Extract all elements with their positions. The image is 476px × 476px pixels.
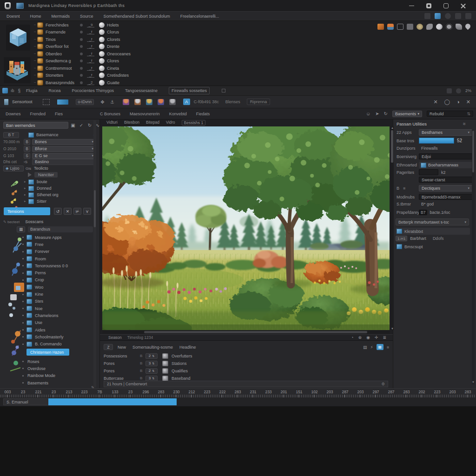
asset-thumbnail-building[interactable]: [4, 57, 31, 83]
riprenna-button[interactable]: Riprenna: [247, 99, 271, 105]
blenses-button[interactable]: Blenses: [225, 99, 240, 104]
link-icon[interactable]: §: [18, 88, 21, 93]
edjoi-field[interactable]: Edjoi: [419, 153, 472, 159]
vp-stat-icon-1[interactable]: ◔: [351, 335, 353, 340]
viewport-vscrollbar[interactable]: ▲ ▼: [390, 126, 394, 330]
firewalls-value[interactable]: Firewalls: [419, 146, 438, 151]
expander-icon[interactable]: ┄: [33, 59, 37, 63]
besthames-dropdown[interactable]: Besthames▾: [419, 129, 472, 136]
list-icon[interactable]: ≡: [387, 345, 389, 350]
b-icon[interactable]: B: [397, 186, 403, 191]
tensions-button[interactable]: Tensions: [4, 207, 50, 215]
vp-stat-icon-3[interactable]: ◉: [366, 335, 370, 340]
eq-icon[interactable]: ≡: [403, 186, 410, 191]
box-tool-icon[interactable]: ▣: [70, 122, 76, 128]
outliner-ref-row[interactable]: _f Drente: [80, 43, 164, 51]
viewport-hscrollbar[interactable]: [102, 331, 390, 334]
rebuild-field[interactable]: Rebuild⇅: [427, 111, 473, 117]
grid-icon[interactable]: [2, 88, 8, 93]
expander-icon[interactable]: ┄: [33, 30, 37, 34]
actor-icon-3[interactable]: [146, 99, 152, 105]
merge-tool-icon[interactable]: ⊬: [73, 208, 81, 215]
menu-item[interactable]: Home: [30, 14, 41, 19]
modinubs-field[interactable]: Bjornebradd3-mansx: [419, 194, 472, 200]
expander-icon[interactable]: ┄: [33, 73, 37, 77]
tool-file-label[interactable]: Sensortoot: [12, 99, 33, 104]
person-run-icon[interactable]: ⚡: [370, 345, 373, 350]
tab-fies[interactable]: Fies: [55, 112, 63, 116]
maximize-viewport-icon[interactable]: ✕: [434, 99, 438, 105]
actor-icon-2[interactable]: [134, 99, 141, 105]
stepper[interactable]: 3⇅: [145, 376, 158, 381]
active-view-icon[interactable]: ▦: [377, 344, 383, 350]
actor-icon-1[interactable]: [123, 99, 129, 105]
menu-item[interactable]: Somethendaned Subort Soundolum: [104, 14, 170, 19]
outliner-ref-row[interactable]: _f Clorets: [80, 36, 164, 43]
timeline-ruler[interactable]: 00323221232132237B1332329628323021222322…: [0, 388, 476, 397]
tab-firewalls[interactable]: Firewalls sossettes: [169, 87, 210, 94]
source-list-item[interactable]: Free: [22, 241, 97, 248]
tab-somersaulting[interactable]: Somersaulting-sosme: [132, 345, 173, 350]
scroll-up-icon[interactable]: ▲: [391, 126, 394, 129]
status-season[interactable]: Season: [108, 335, 122, 340]
asset-tree-item[interactable]: ▸ Sitter: [24, 198, 94, 205]
scroll-down-icon[interactable]: ▼: [391, 327, 394, 330]
expander-icon[interactable]: ┄: [33, 38, 37, 41]
grid-view-icon[interactable]: [435, 13, 441, 19]
cut-tool-icon[interactable]: ✕: [64, 208, 72, 215]
asset-tree-item[interactable]: ▸ Sthenet org: [24, 192, 94, 198]
close-panel-icon[interactable]: ✕: [466, 99, 470, 105]
check-icon[interactable]: ✓: [78, 122, 85, 128]
source-list-item[interactable]: Woo: [22, 284, 97, 291]
brush-icon[interactable]: [57, 99, 68, 105]
search-input[interactable]: [3, 122, 68, 129]
prop-value[interactable]: Qualifies: [172, 369, 188, 373]
source-list-item[interactable]: Stes: [22, 298, 97, 305]
menu-item[interactable]: Source: [80, 14, 93, 19]
stepper[interactable]: 2⇅: [145, 353, 158, 359]
scissors-icon[interactable]: [426, 24, 433, 30]
tab-new[interactable]: New: [118, 345, 126, 350]
file-icon[interactable]: [4, 99, 8, 105]
source-list-item[interactable]: Tenorousness 0 0: [22, 262, 97, 269]
row-label[interactable]: Basemance: [36, 132, 59, 137]
vp-stat-icon-2[interactable]: ⊕: [358, 335, 362, 340]
rotate-tool-icon[interactable]: ↺: [54, 208, 62, 215]
boeharsmarwas-chip[interactable]: Boeharsmarwas: [419, 162, 472, 168]
close-button[interactable]: [461, 3, 466, 8]
barandsus-row[interactable]: ▦ Barandsus: [17, 226, 93, 232]
tab-frended[interactable]: Frended: [30, 112, 46, 116]
source-list-item[interactable]: Overdose: [22, 365, 97, 372]
globe2-icon[interactable]: ◑: [456, 99, 460, 105]
source-list-item[interactable]: Use: [22, 319, 97, 326]
source-list-item[interactable]: Roses: [22, 358, 97, 365]
asset-tree-item[interactable]: ▸ Donned: [24, 185, 94, 192]
sosscans-label[interactable]: Sosscans: [25, 219, 43, 224]
expander-icon[interactable]: ┄: [33, 66, 37, 70]
refresh-icon[interactable]: ↻: [384, 111, 388, 116]
expander-icon[interactable]: ┄: [33, 52, 37, 56]
stepper[interactable]: 3⇅: [145, 361, 158, 366]
minitab-vidro[interactable]: Vidro: [166, 120, 175, 126]
egse-dropdown[interactable]: E G se▾: [32, 153, 96, 159]
prop-value[interactable]: Overfutters: [172, 354, 192, 358]
group-row[interactable]: Nanctter: [28, 172, 93, 178]
tab-pococientes[interactable]: Pococientes Thimygos: [72, 88, 114, 93]
box-orange-icon[interactable]: [377, 24, 384, 30]
source-list-item[interactable]: Crop: [22, 277, 97, 284]
source-list-item[interactable]: Aides: [22, 326, 97, 333]
menu-item[interactable]: Freelancelonaerelli...: [180, 14, 219, 19]
dectiques-dropdown[interactable]: Dectiques▾: [419, 185, 472, 192]
status-chip[interactable]: S. Emanuel: [3, 398, 49, 405]
align-icon[interactable]: A: [183, 99, 190, 105]
people-icon[interactable]: [436, 24, 443, 30]
tab-fiedats[interactable]: Fiedats: [196, 112, 210, 116]
row-chip[interactable]: S: [24, 153, 30, 159]
details-footer-bar[interactable]: 21 hours | Cemberwort ⚙: [104, 381, 388, 387]
marquee-icon[interactable]: [43, 99, 50, 105]
vp-stat-icon-5[interactable]: ≣: [383, 335, 386, 340]
lyjoo-chip[interactable]: ◈Lyjoo: [3, 165, 24, 172]
tab-maeso[interactable]: Maesovunererin: [130, 112, 160, 116]
outliner-ref-row[interactable]: _f Clores: [80, 58, 164, 65]
character-icon[interactable]: [387, 24, 394, 30]
